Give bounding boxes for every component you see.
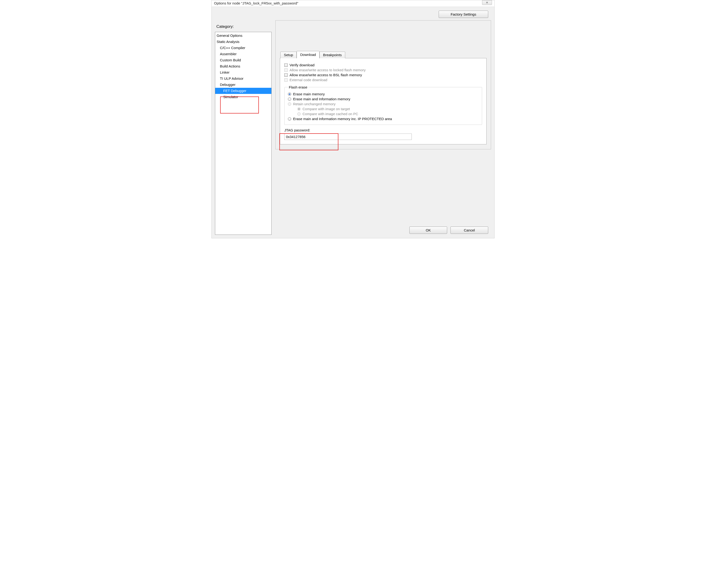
cat-static-analysis[interactable]: Static Analysis bbox=[215, 39, 271, 45]
allow-locked-label: Allow erase/write access to locked flash… bbox=[289, 68, 366, 72]
compare-cached-row: Compare with image cached on PC bbox=[297, 112, 478, 116]
panel-frame: Setup Download Breakpoints Verify downlo… bbox=[275, 20, 491, 149]
erase-main-info-row[interactable]: Erase main and Information memory bbox=[288, 97, 478, 101]
close-icon: ✕ bbox=[486, 1, 488, 4]
tab-page-download: Verify download Allow erase/write access… bbox=[280, 58, 486, 145]
bottom-button-row: OK Cancel bbox=[409, 227, 488, 234]
cat-simulator[interactable]: Simulator bbox=[215, 94, 271, 100]
window-title: Options for node "JTAG_lock_FR5xx_with_p… bbox=[214, 1, 298, 5]
jtag-password-label: JTAG password: bbox=[284, 128, 482, 132]
erase-main-row[interactable]: Erase main memory bbox=[288, 92, 478, 96]
retain-unchanged-label: Retain unchanged memory bbox=[293, 102, 336, 106]
top-button-row: Factory Settings bbox=[275, 10, 491, 20]
compare-target-row: Compare with image on target bbox=[297, 107, 478, 111]
options-dialog: Options for node "JTAG_lock_FR5xx_with_p… bbox=[211, 0, 495, 238]
right-column: Factory Settings Setup Download Breakpoi… bbox=[275, 10, 491, 235]
cat-custom-build[interactable]: Custom Build bbox=[215, 57, 271, 63]
close-button[interactable]: ✕ bbox=[482, 0, 492, 5]
cat-debugger[interactable]: Debugger bbox=[215, 82, 271, 88]
erase-ip-protected-label: Erase main and Information memory inc. I… bbox=[293, 117, 392, 121]
checkbox-icon bbox=[284, 73, 288, 77]
erase-ip-protected-row[interactable]: Erase main and Information memory inc. I… bbox=[288, 117, 478, 121]
titlebar: Options for node "JTAG_lock_FR5xx_with_p… bbox=[212, 0, 494, 7]
allow-bsl-row[interactable]: Allow erase/write access to BSL flash me… bbox=[284, 73, 482, 77]
category-label: Category: bbox=[217, 24, 272, 29]
retain-unchanged-row: Retain unchanged memory bbox=[288, 102, 478, 106]
erase-main-info-label: Erase main and Information memory bbox=[293, 97, 350, 101]
compare-cached-label: Compare with image cached on PC bbox=[303, 112, 358, 116]
radio-icon bbox=[288, 117, 291, 121]
jtag-password-row: JTAG password: bbox=[284, 128, 482, 140]
cancel-button[interactable]: Cancel bbox=[450, 227, 488, 234]
jtag-password-input[interactable] bbox=[284, 133, 412, 140]
verify-download-row[interactable]: Verify download bbox=[284, 63, 482, 67]
radio-icon bbox=[288, 103, 291, 106]
radio-icon bbox=[297, 112, 301, 116]
cat-fet-debugger[interactable]: FET Debugger bbox=[215, 88, 271, 94]
factory-settings-button[interactable]: Factory Settings bbox=[439, 11, 488, 18]
cat-c-cpp-compiler[interactable]: C/C++ Compiler bbox=[215, 45, 271, 51]
tab-download[interactable]: Download bbox=[297, 51, 319, 58]
tab-strip: Setup Download Breakpoints bbox=[280, 51, 486, 58]
cat-linker[interactable]: Linker bbox=[215, 69, 271, 76]
checkbox-icon bbox=[284, 64, 288, 67]
radio-icon bbox=[297, 107, 301, 111]
allow-bsl-label: Allow erase/write access to BSL flash me… bbox=[289, 73, 362, 77]
tab-breakpoints[interactable]: Breakpoints bbox=[319, 52, 345, 58]
cat-build-actions[interactable]: Build Actions bbox=[215, 63, 271, 69]
left-column: Category: General Options Static Analysi… bbox=[215, 10, 272, 235]
external-code-label: External code download bbox=[289, 78, 327, 82]
cat-general-options[interactable]: General Options bbox=[215, 33, 271, 39]
dialog-body: Category: General Options Static Analysi… bbox=[212, 7, 494, 238]
allow-locked-row: Allow erase/write access to locked flash… bbox=[284, 68, 482, 72]
flash-erase-legend: Flash erase bbox=[288, 85, 308, 89]
ok-button[interactable]: OK bbox=[409, 227, 447, 234]
radio-icon bbox=[288, 92, 291, 96]
compare-target-label: Compare with image on target bbox=[303, 107, 350, 111]
flash-erase-group: Flash erase Erase main memory Erase main… bbox=[284, 85, 482, 125]
category-list[interactable]: General Options Static Analysis C/C++ Co… bbox=[215, 32, 272, 235]
checkbox-icon bbox=[284, 69, 288, 72]
radio-icon bbox=[288, 97, 291, 101]
cat-ti-ulp-advisor[interactable]: TI ULP Advisor bbox=[215, 76, 271, 82]
tab-setup[interactable]: Setup bbox=[280, 52, 297, 58]
external-code-row: External code download bbox=[284, 78, 482, 82]
cat-assembler[interactable]: Assembler bbox=[215, 51, 271, 57]
erase-main-label: Erase main memory bbox=[293, 92, 325, 96]
verify-download-label: Verify download bbox=[289, 63, 315, 67]
checkbox-icon bbox=[284, 78, 288, 82]
